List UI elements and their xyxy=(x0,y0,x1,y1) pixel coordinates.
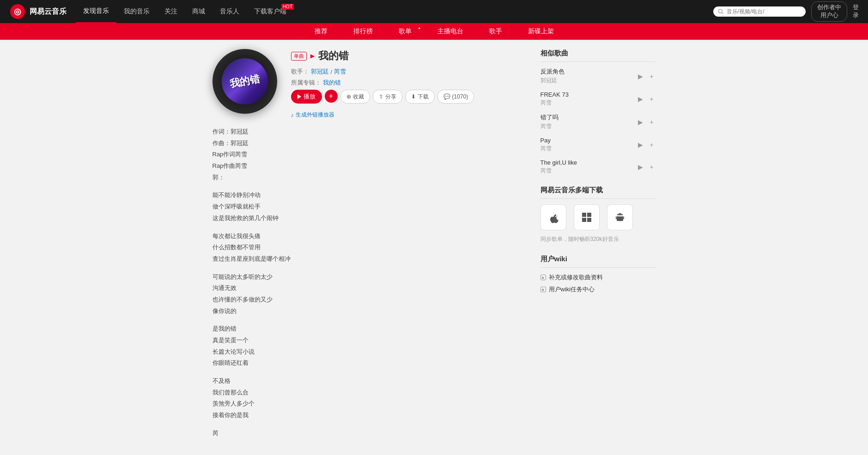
lyric-line: 什么招数都不管用 xyxy=(212,242,527,253)
credits-section: 作词：郭冠廷 作曲：郭冠廷 Rap作词芮雪 Rap作曲芮雪 郭： xyxy=(212,126,527,183)
lyric-stanza-3: 可能说的太多听的太少 沟通无效 也许懂的不多做的又少 像你说的 xyxy=(212,271,527,317)
apple-icon xyxy=(547,211,560,224)
add-similar-1[interactable]: + xyxy=(648,72,656,80)
share-button[interactable]: ⇧ 分享 xyxy=(373,90,402,104)
nav-download[interactable]: 下载客户端 HOT xyxy=(247,0,294,23)
play-button[interactable]: 播放 xyxy=(291,90,322,104)
wiki-link-1[interactable]: ■ 补充或修改歌曲资料 xyxy=(540,273,656,282)
wiki-bullet-icon: ■ xyxy=(540,275,546,280)
download-label: 下载 xyxy=(418,93,429,101)
download-title: 网易云音乐多端下载 xyxy=(540,186,656,199)
badge-arrow: ▶ xyxy=(310,53,315,59)
play-similar-2[interactable]: ▶ xyxy=(637,95,645,103)
nav-discover[interactable]: 发现音乐 xyxy=(76,0,116,23)
similar-song-item-4[interactable]: Pay 芮雪 ▶ + xyxy=(540,137,656,153)
creator-button[interactable]: 创作者中用户心 xyxy=(811,1,847,22)
credit-rap-composer: Rap作曲芮雪 xyxy=(212,160,527,172)
play-similar-5[interactable]: ▶ xyxy=(637,163,645,171)
lyric-line: 可能说的太多听的太少 xyxy=(212,271,527,283)
credit-prefix: 郭： xyxy=(212,172,527,184)
similar-song-name-4: Pay xyxy=(540,137,637,144)
red-navigation: 推荐 排行榜 歌单 ● 主播电台 歌手 新碟上架 xyxy=(0,23,868,40)
collect-button[interactable]: ⊕ 收藏 xyxy=(340,90,370,104)
login-button[interactable]: 登录 xyxy=(853,4,859,19)
lyric-line: 是我的错 xyxy=(212,323,527,335)
song-album-meta: 所属专辑： 我的错 xyxy=(291,79,527,87)
logo-area[interactable]: ◎ 网易云音乐 xyxy=(9,3,67,20)
play-similar-4[interactable]: ▶ xyxy=(637,141,645,149)
wiki-link-2-label: 用户wiki任务中心 xyxy=(549,285,595,294)
add-similar-5[interactable]: + xyxy=(648,163,656,171)
add-similar-3[interactable]: + xyxy=(648,118,656,126)
download-section: 网易云音乐多端下载 xyxy=(540,186,656,244)
red-nav-newalbums[interactable]: 新碟上架 xyxy=(515,23,567,40)
music-note-icon: ♪ xyxy=(291,112,294,118)
add-button[interactable]: + xyxy=(325,90,338,103)
similar-song-name-1: 反派角色 xyxy=(540,68,637,76)
nav-musician[interactable]: 音乐人 xyxy=(212,0,247,23)
lyric-line: 芮 xyxy=(212,428,527,439)
lyric-stanza-4: 是我的错 真是笑蛋一个 长篇大论写小说 你眼睛还红着 xyxy=(212,323,527,369)
red-nav-charts[interactable]: 排行榜 xyxy=(340,23,386,40)
similar-song-item-1[interactable]: 反派角色 郭冠廷 ▶ + xyxy=(540,68,656,85)
similar-song-item-3[interactable]: 错了吗 芮雪 ▶ + xyxy=(540,113,656,130)
song-info: 单曲 ▶ 我的错 歌手： 郭冠廷 / 芮雪 所属专辑： 我的错 xyxy=(291,49,527,126)
credit-rap-lyricist: Rap作词芮雪 xyxy=(212,149,527,160)
nav-follow[interactable]: 关注 xyxy=(157,0,185,23)
artist-link-1[interactable]: 郭冠廷 xyxy=(311,68,329,76)
svg-point-2 xyxy=(718,9,722,13)
wiki-section: 用户wiki ■ 补充或修改歌曲资料 ■ 用户wiki任务中心 xyxy=(540,255,656,294)
lyric-line: 羡煞旁人多少个 xyxy=(212,398,527,410)
similar-songs-section: 相似歌曲 反派角色 郭冠廷 ▶ + FREAK 73 芮雪 ▶ + xyxy=(540,49,656,175)
similar-song-item-5[interactable]: The girl,U like 芮雪 ▶ + xyxy=(540,159,656,175)
red-nav-recommend[interactable]: 推荐 xyxy=(302,23,340,40)
logo-text: 网易云音乐 xyxy=(30,7,67,17)
wiki-link-2[interactable]: ■ 用户wiki任务中心 xyxy=(540,285,656,294)
play-label: 播放 xyxy=(303,92,316,101)
lyric-stanza-5: 不及格 我们曾那么合 羡煞旁人多少个 接着你的是我 xyxy=(212,375,527,421)
search-box[interactable] xyxy=(713,6,806,17)
svg-line-3 xyxy=(722,12,723,14)
comment-button[interactable]: 💬 (1070) xyxy=(437,90,474,104)
netease-logo-icon: ◎ xyxy=(9,3,26,20)
search-input[interactable] xyxy=(727,8,801,15)
generate-link-text: 生成外链播放器 xyxy=(296,111,334,119)
download-button[interactable]: ⬇ 下载 xyxy=(405,90,435,104)
download-icons xyxy=(540,204,656,230)
share-icon: ⇧ xyxy=(379,93,383,100)
album-link[interactable]: 我的错 xyxy=(323,79,341,87)
artist-label: 歌手： xyxy=(291,68,309,76)
download-icon: ⬇ xyxy=(411,93,416,100)
add-similar-4[interactable]: + xyxy=(648,141,656,149)
nav-mymusic[interactable]: 我的音乐 xyxy=(116,0,157,23)
similar-song-artist-5: 芮雪 xyxy=(540,167,637,175)
play-similar-1[interactable]: ▶ xyxy=(637,72,645,80)
lyric-stanza-6: 芮 xyxy=(212,428,527,439)
svg-rect-5 xyxy=(587,213,591,217)
similar-song-artist-3: 芮雪 xyxy=(540,123,637,130)
hot-badge: HOT xyxy=(281,4,294,10)
similar-song-item-2[interactable]: FREAK 73 芮雪 ▶ + xyxy=(540,91,656,107)
windows-icon xyxy=(580,211,593,224)
comment-icon: 💬 xyxy=(443,93,450,100)
lyric-line: 每次都让我很头痛 xyxy=(212,231,527,242)
red-nav-artists[interactable]: 歌手 xyxy=(476,23,515,40)
similar-song-name-3: 错了吗 xyxy=(540,113,637,122)
nav-shop[interactable]: 商城 xyxy=(185,0,212,23)
download-ios[interactable] xyxy=(540,204,566,230)
play-similar-3[interactable]: ▶ xyxy=(637,118,645,126)
generate-link[interactable]: ♪ 生成外链播放器 xyxy=(291,111,527,119)
download-windows[interactable] xyxy=(574,204,600,230)
svg-text:◎: ◎ xyxy=(14,7,21,16)
similar-song-name-5: The girl,U like xyxy=(540,159,637,166)
credit-composer: 作曲：郭冠廷 xyxy=(212,138,527,149)
artist-link-2[interactable]: 芮雪 xyxy=(334,68,346,76)
lyric-line: 接着你的是我 xyxy=(212,410,527,421)
download-android[interactable] xyxy=(607,204,633,230)
red-nav-playlist[interactable]: 歌单 ● xyxy=(386,23,425,40)
similar-song-artist-1: 郭冠廷 xyxy=(540,77,637,85)
add-similar-2[interactable]: + xyxy=(648,95,656,103)
red-nav-radio[interactable]: 主播电台 xyxy=(425,23,476,40)
nav-links: 发现音乐 我的音乐 关注 商城 音乐人 下载客户端 HOT xyxy=(76,0,713,23)
svg-rect-7 xyxy=(587,218,591,222)
